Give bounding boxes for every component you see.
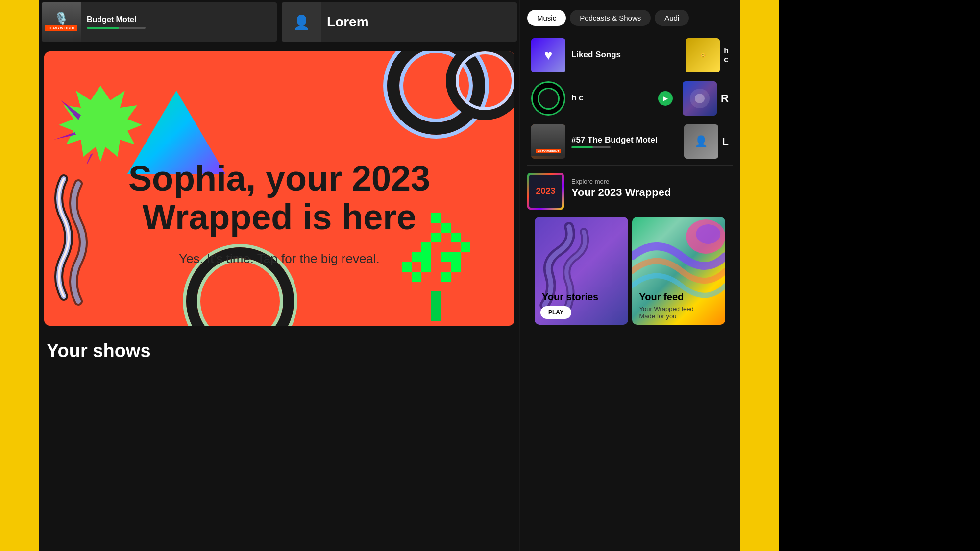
happiness-complicated-title: h bbox=[724, 47, 729, 55]
bottom-cards-grid: Your stories PLAY Your feed Your Wrapped… bbox=[527, 217, 733, 325]
stories-card-title: Your stories bbox=[542, 291, 598, 303]
svg-rect-13 bbox=[451, 233, 461, 242]
liked-songs-item[interactable]: ♥ Liked Songs 😊 h c bbox=[524, 34, 736, 76]
lorem-title: Lorem bbox=[327, 14, 512, 30]
happiness-complicated-info: h c bbox=[720, 47, 729, 64]
filter-tabs: Music Podcasts & Shows Audi bbox=[520, 5, 740, 33]
release-radar-title: R bbox=[717, 92, 729, 105]
lorem-person-image: 👤 bbox=[282, 2, 321, 42]
svg-rect-1 bbox=[412, 272, 421, 282]
dj-item[interactable]: h c ▶ R bbox=[524, 77, 736, 120]
your-stories-card[interactable]: Your stories PLAY bbox=[535, 217, 628, 325]
tab-podcasts-shows[interactable]: Podcasts & Shows bbox=[570, 10, 651, 26]
feed-card-title: Your feed bbox=[639, 291, 684, 303]
main-content: 🎙️ HEAVYWEIGHT Budget Motel 👤 Lorem bbox=[39, 0, 519, 551]
lorem-right-thumb: 👤 bbox=[684, 124, 718, 159]
budget-motel-podcast-label: HEAVYWEIGHT bbox=[536, 149, 561, 153]
feed-card-sub: Your Wrapped feed bbox=[639, 305, 694, 312]
lorem-card[interactable]: 👤 Lorem bbox=[282, 2, 517, 42]
wrapped-banner[interactable]: Sophia, your 2023Wrapped is here Yes. It… bbox=[44, 51, 514, 326]
liked-songs-title: Liked Songs bbox=[571, 50, 680, 60]
lorem-person-sm: 👤 bbox=[684, 124, 718, 159]
dj-play-button[interactable]: ▶ bbox=[658, 91, 673, 106]
svg-rect-0 bbox=[431, 291, 441, 321]
lorem-thumb: 👤 bbox=[282, 2, 321, 42]
feed-card-sub2: Made for you bbox=[639, 312, 677, 320]
tab-audio[interactable]: Audi bbox=[655, 10, 689, 26]
dj-thumb-container bbox=[531, 81, 565, 116]
svg-rect-12 bbox=[461, 242, 470, 252]
liked-songs-thumb: ♥ bbox=[531, 38, 565, 72]
liked-songs-info: Liked Songs bbox=[571, 50, 680, 61]
dj-inner bbox=[538, 88, 560, 110]
wrapped-text-area: Sophia, your 2023Wrapped is here Yes. It… bbox=[108, 159, 451, 266]
stories-play-button[interactable]: PLAY bbox=[540, 306, 571, 319]
wrapped-headline: Sophia, your 2023Wrapped is here bbox=[108, 159, 451, 237]
tab-music[interactable]: Music bbox=[527, 10, 566, 26]
lorem-info: Lorem bbox=[327, 14, 517, 30]
wrapped-subtext: Yes. It's time. Tap for the big reveal. bbox=[108, 251, 451, 266]
svg-rect-9 bbox=[451, 262, 461, 272]
top-cards-row: 🎙️ HEAVYWEIGHT Budget Motel 👤 Lorem bbox=[39, 0, 519, 44]
left-sidebar bbox=[0, 0, 39, 551]
your-feed-card[interactable]: Your feed Your Wrapped feed Made for you bbox=[632, 217, 726, 325]
dj-info: h c bbox=[571, 93, 652, 104]
wrapped-2023-thumb: 2023 bbox=[527, 173, 564, 210]
liked-songs-icon: ♥ bbox=[531, 38, 565, 72]
your-shows-section: Your shows bbox=[39, 331, 519, 371]
budget-motel-sidebar-title: #57 The Budget Motel bbox=[571, 135, 674, 145]
svg-rect-8 bbox=[441, 272, 451, 282]
separator bbox=[527, 165, 733, 166]
heavyweight-label: HEAVYWEIGHT bbox=[45, 25, 77, 31]
budget-motel-sidebar-progress-fill bbox=[571, 146, 593, 148]
happiness-complicated-thumb: 😊 bbox=[686, 38, 720, 72]
budget-motel-card[interactable]: 🎙️ HEAVYWEIGHT Budget Motel bbox=[42, 2, 277, 42]
lorem-right-item: 👤 L bbox=[684, 124, 729, 159]
explore-more-header: 2023 Explore more Your 2023 Wrapped bbox=[527, 173, 733, 210]
explore-more-title: Your 2023 Wrapped bbox=[571, 186, 671, 199]
release-radar-thumb bbox=[683, 81, 717, 116]
svg-point-17 bbox=[696, 224, 720, 244]
right-sidebar: Music Podcasts & Shows Audi ♥ Liked Song… bbox=[519, 0, 740, 551]
release-radar-item: R bbox=[683, 81, 729, 116]
budget-motel-sidebar-thumb: HEAVYWEIGHT bbox=[531, 124, 565, 159]
budget-motel-thumb: 🎙️ HEAVYWEIGHT bbox=[42, 2, 81, 42]
budget-motel-title: Budget Motel bbox=[87, 15, 272, 24]
explore-more-text-block: Explore more Your 2023 Wrapped bbox=[571, 178, 671, 205]
budget-motel-sidebar-progress bbox=[571, 146, 611, 148]
explore-more-section: 2023 Explore more Your 2023 Wrapped Your… bbox=[520, 168, 740, 330]
svg-rect-11 bbox=[451, 252, 461, 262]
wrapped-2023-inner: 2023 bbox=[529, 175, 562, 208]
lorem-right-title: L bbox=[718, 135, 729, 148]
dj-icon bbox=[531, 81, 565, 116]
budget-motel-sidebar-info: #57 The Budget Motel bbox=[571, 135, 674, 148]
budget-motel-podcast-thumb: HEAVYWEIGHT bbox=[531, 124, 565, 159]
right-yellow-sidebar bbox=[740, 0, 779, 551]
budget-motel-progress-fill bbox=[87, 27, 119, 29]
budget-motel-progress-container bbox=[87, 27, 146, 29]
dj-title: h c bbox=[571, 93, 652, 103]
spiky-blob-svg bbox=[51, 76, 149, 164]
your-shows-title: Your shows bbox=[47, 340, 512, 361]
explore-more-label: Explore more bbox=[571, 178, 671, 185]
budget-motel-info: Budget Motel bbox=[87, 15, 277, 29]
budget-motel-sidebar-item[interactable]: HEAVYWEIGHT #57 The Budget Motel 👤 L bbox=[524, 120, 736, 163]
